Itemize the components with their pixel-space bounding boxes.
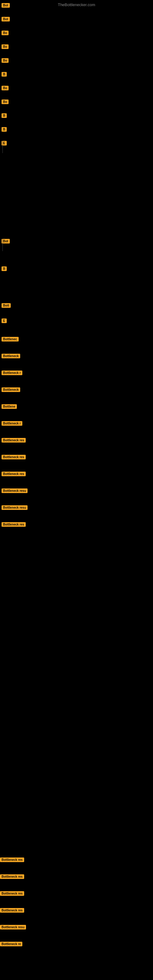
badge-33[interactable]: Bottleneck re [0, 942, 22, 946]
badge-22[interactable]: Bottleneck res [2, 438, 26, 442]
badge-30[interactable]: Bottleneck res [0, 891, 24, 896]
line-2 [2, 239, 3, 251]
badge-12[interactable]: Bot [2, 239, 10, 243]
badge-8[interactable]: Bo [2, 100, 9, 104]
badge-6[interactable]: B [2, 72, 7, 76]
badge-1[interactable]: Bot [2, 3, 10, 8]
badge-24[interactable]: Bottleneck res [2, 472, 26, 476]
line-1 [2, 141, 3, 153]
badge-10[interactable]: B [2, 127, 7, 132]
badge-13[interactable]: B [2, 266, 7, 271]
badge-31[interactable]: Bottleneck res [0, 908, 24, 913]
badge-2[interactable]: Bot [2, 17, 10, 21]
badge-19[interactable]: Bottleneck [2, 387, 20, 392]
badge-28[interactable]: Bottleneck res [0, 858, 24, 862]
badge-15[interactable]: E [2, 318, 7, 323]
badge-7[interactable]: Bo [2, 86, 9, 90]
badge-32[interactable]: Bottleneck resu [0, 925, 26, 929]
badge-9[interactable]: B [2, 113, 7, 118]
badge-27[interactable]: Bottleneck res [2, 522, 26, 527]
badge-5[interactable]: Bo [2, 58, 9, 63]
badge-26[interactable]: Bottleneck resu [2, 505, 27, 510]
badge-21[interactable]: Bottleneck r [2, 421, 22, 426]
badge-17[interactable]: Bottleneck [2, 354, 20, 358]
site-title: TheBottlenecker.com [58, 2, 95, 7]
badge-16[interactable]: Bottlenec [2, 337, 19, 342]
badge-23[interactable]: Bottleneck res [2, 455, 26, 460]
badge-25[interactable]: Bottleneck resu [2, 488, 27, 493]
badge-20[interactable]: Bottlene [2, 404, 17, 409]
badge-18[interactable]: Bottleneck r [2, 371, 22, 375]
badge-3[interactable]: Bo [2, 30, 9, 35]
badge-4[interactable]: Bo [2, 45, 9, 49]
badge-29[interactable]: Bottleneck res [0, 874, 24, 879]
badge-14[interactable]: Bott [2, 303, 11, 308]
